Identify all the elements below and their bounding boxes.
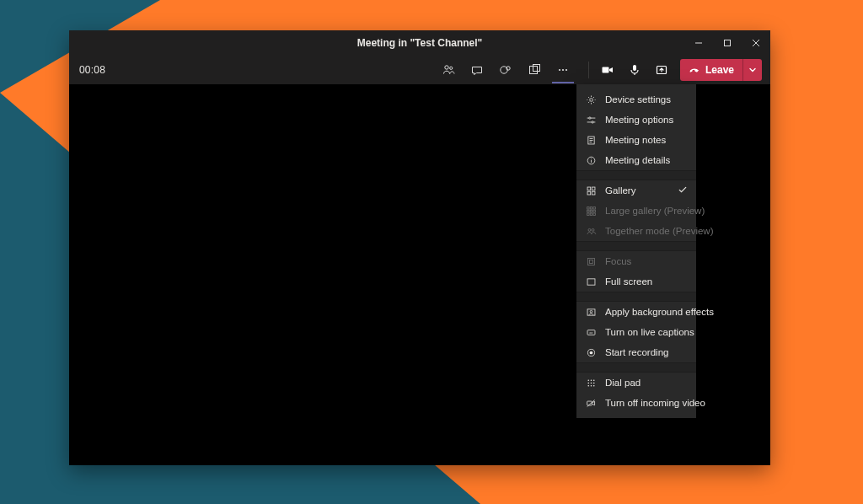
hangup-icon xyxy=(689,63,700,78)
leave-button[interactable]: Leave xyxy=(680,59,762,81)
svg-rect-33 xyxy=(587,191,591,195)
svg-rect-35 xyxy=(587,206,588,208)
menu-label: Meeting details xyxy=(605,155,688,165)
menu-label: Focus xyxy=(605,256,688,266)
menu-separator xyxy=(576,241,696,251)
svg-rect-38 xyxy=(587,210,588,212)
svg-rect-32 xyxy=(592,187,595,190)
svg-point-12 xyxy=(559,69,560,71)
menu-label: Apply background effects xyxy=(605,307,714,317)
svg-rect-36 xyxy=(590,206,592,208)
menu-item-apply-background[interactable]: Apply background effects xyxy=(576,302,696,322)
menu-item-live-captions[interactable]: cc Turn on live captions xyxy=(576,322,696,342)
svg-point-61 xyxy=(587,384,589,386)
more-actions-icon[interactable] xyxy=(556,63,570,77)
fullscreen-icon xyxy=(585,276,597,287)
chat-icon[interactable] xyxy=(470,63,484,77)
people-together-icon xyxy=(585,225,597,237)
svg-point-14 xyxy=(566,69,567,71)
mic-icon[interactable] xyxy=(628,63,641,77)
svg-text:cc: cc xyxy=(589,330,592,335)
menu-item-start-recording[interactable]: Start recording xyxy=(576,342,696,362)
svg-rect-3 xyxy=(725,40,731,46)
menu-separator xyxy=(576,170,696,180)
menu-label: Start recording xyxy=(605,347,688,357)
svg-rect-39 xyxy=(590,210,592,212)
sliders-icon xyxy=(585,114,597,126)
toolbar-icons-left xyxy=(442,63,570,77)
svg-rect-46 xyxy=(587,258,594,265)
svg-point-56 xyxy=(590,379,592,381)
svg-point-57 xyxy=(592,379,594,381)
rooms-icon[interactable] xyxy=(528,63,541,77)
window-title: Meeting in "Test Channel" xyxy=(357,37,483,49)
title-bar: Meeting in "Test Channel" xyxy=(69,30,770,56)
svg-rect-37 xyxy=(592,206,594,208)
menu-label: Large gallery (Preview) xyxy=(605,206,705,216)
camera-icon[interactable] xyxy=(601,63,614,77)
menu-item-gallery[interactable]: Gallery xyxy=(576,180,696,201)
menu-label: Device settings xyxy=(605,94,688,105)
menu-item-meeting-notes[interactable]: Meeting notes xyxy=(576,130,696,150)
svg-rect-47 xyxy=(589,260,592,263)
chevron-down-icon xyxy=(748,66,757,74)
svg-rect-16 xyxy=(633,65,636,71)
window-controls xyxy=(684,30,770,56)
menu-label: Turn off incoming video xyxy=(605,398,705,408)
menu-label: Meeting notes xyxy=(605,135,688,145)
menu-item-device-settings[interactable]: Device settings xyxy=(576,89,696,110)
menu-item-large-gallery: Large gallery (Preview) xyxy=(576,201,696,221)
reactions-icon[interactable] xyxy=(499,63,512,77)
meeting-toolbar: 00:08 xyxy=(69,56,770,84)
svg-rect-15 xyxy=(602,67,608,73)
svg-rect-48 xyxy=(587,278,595,284)
menu-item-full-screen[interactable]: Full screen xyxy=(576,271,696,292)
svg-rect-40 xyxy=(592,210,594,212)
menu-label: Gallery xyxy=(605,185,669,196)
menu-label: Full screen xyxy=(605,276,688,287)
svg-point-13 xyxy=(562,69,564,71)
gear-icon xyxy=(585,94,597,105)
svg-point-30 xyxy=(591,158,592,158)
dialpad-icon xyxy=(585,377,597,389)
leave-dropdown-button[interactable] xyxy=(742,59,762,81)
svg-point-50 xyxy=(590,310,592,313)
svg-point-45 xyxy=(592,228,594,231)
record-icon xyxy=(585,346,597,358)
video-off-icon xyxy=(585,397,597,409)
menu-label: Meeting options xyxy=(605,115,688,125)
maximize-button[interactable] xyxy=(713,30,742,56)
notes-icon xyxy=(585,134,597,146)
svg-rect-43 xyxy=(592,212,594,214)
more-actions-menu: Device settings Meeting options Meeting … xyxy=(576,84,696,418)
menu-separator xyxy=(576,362,696,373)
share-icon[interactable] xyxy=(655,63,668,77)
svg-point-19 xyxy=(589,98,592,101)
svg-point-54 xyxy=(589,351,592,354)
svg-point-23 xyxy=(591,121,592,122)
close-button[interactable] xyxy=(742,30,770,56)
meeting-window: Meeting in "Test Channel" 00:08 xyxy=(69,30,770,465)
toolbar-divider xyxy=(588,62,589,78)
svg-point-58 xyxy=(587,382,589,383)
svg-point-7 xyxy=(450,67,453,69)
menu-item-dial-pad[interactable]: Dial pad xyxy=(576,373,696,393)
check-icon xyxy=(678,185,688,196)
svg-point-63 xyxy=(592,384,594,386)
svg-point-60 xyxy=(592,382,594,383)
svg-point-59 xyxy=(590,382,592,383)
people-icon[interactable] xyxy=(442,63,455,77)
menu-label: Dial pad xyxy=(605,378,688,388)
svg-rect-34 xyxy=(592,191,595,195)
svg-rect-49 xyxy=(587,308,595,314)
menu-item-meeting-details[interactable]: Meeting details xyxy=(576,150,696,170)
minimize-button[interactable] xyxy=(684,30,713,56)
captions-icon: cc xyxy=(585,326,597,338)
meeting-timer: 00:08 xyxy=(78,64,105,76)
svg-point-22 xyxy=(588,116,590,118)
toolbar-icons-right xyxy=(601,63,668,77)
menu-item-turn-off-incoming-video[interactable]: Turn off incoming video xyxy=(576,393,696,413)
menu-item-meeting-options[interactable]: Meeting options xyxy=(576,110,696,130)
menu-item-focus: Focus xyxy=(576,251,696,271)
large-grid-icon xyxy=(585,205,597,217)
